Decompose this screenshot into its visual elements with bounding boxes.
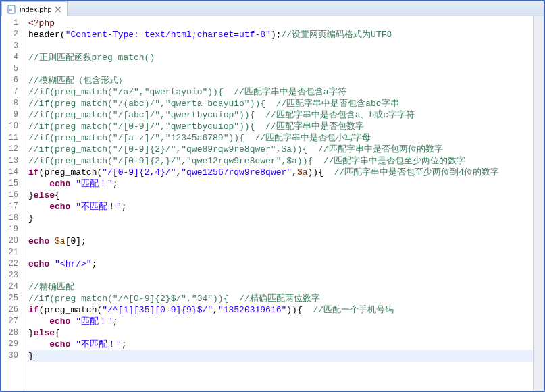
code-line[interactable]: //if(preg_match("/[0-9]{2}/","qwe89rqw9r… [28, 144, 533, 155]
editor-area: 1234567891011121314151617181920212223242… [1, 16, 544, 391]
tab-index-php[interactable]: P index.php [1, 1, 68, 16]
code-line[interactable]: } [28, 350, 533, 362]
line-number: 17 [1, 201, 24, 213]
line-number: 30 [1, 350, 24, 362]
code-line[interactable] [28, 40, 533, 52]
code-line[interactable]: if(preg_match("/[0-9]{2,4}/","qwe12567rq… [28, 167, 533, 178]
editor-window: P index.php 1234567891011121314151617181… [0, 0, 545, 392]
line-number: 28 [1, 327, 24, 339]
code-line[interactable]: header("Content-Type: text/html;charset=… [28, 29, 533, 40]
code-line[interactable]: echo "匹配！"; [28, 316, 533, 327]
line-number: 13 [1, 155, 24, 167]
close-icon[interactable] [55, 6, 61, 13]
line-number: 4 [1, 52, 24, 63]
code-line[interactable]: echo "匹配！"; [28, 178, 533, 190]
code-line[interactable]: //if(preg_match("/(abc)/","qwerta bcayui… [28, 98, 533, 109]
line-number: 23 [1, 270, 24, 281]
line-number: 25 [1, 293, 24, 304]
line-number: 26 [1, 304, 24, 316]
code-line[interactable]: echo $a[0]; [28, 235, 533, 247]
code-line[interactable]: if(preg_match("/^[1][35][0-9]{9}$/","135… [28, 304, 533, 316]
php-file-icon: P [7, 5, 17, 14]
code-line[interactable]: //精确匹配 [28, 281, 533, 293]
code-line[interactable]: }else{ [28, 327, 533, 339]
line-number: 20 [1, 235, 24, 247]
code-line[interactable] [28, 63, 533, 75]
line-number-gutter: 1234567891011121314151617181920212223242… [1, 16, 24, 391]
code-line[interactable]: //if(preg_match("/[0-9]{2,}/","qwe12rqw9… [28, 155, 533, 167]
code-line[interactable]: //if(preg_match("/[0-9]/","qwertbycuiop"… [28, 121, 533, 132]
code-line[interactable]: //正则匹配函数preg_match() [28, 52, 533, 63]
line-number: 22 [1, 258, 24, 270]
line-number: 2 [1, 29, 24, 40]
code-line[interactable]: //模糊匹配（包含形式） [28, 75, 533, 86]
code-line[interactable]: echo "<hr/>"; [28, 258, 533, 270]
code-line[interactable]: } [28, 213, 533, 224]
code-line[interactable]: //if(preg_match("/[a-z]/","12345a6789"))… [28, 132, 533, 144]
line-number: 5 [1, 63, 24, 75]
tab-title: index.php [20, 5, 52, 13]
line-number: 7 [1, 86, 24, 98]
code-line[interactable]: }else{ [28, 190, 533, 201]
line-number: 21 [1, 247, 24, 258]
line-number: 11 [1, 132, 24, 144]
line-number: 9 [1, 109, 24, 121]
svg-text:P: P [9, 8, 12, 12]
line-number: 15 [1, 178, 24, 190]
code-line[interactable]: //if(preg_match("/a/","qwertayuio")){ //… [28, 86, 533, 98]
code-editor[interactable]: <?phpheader("Content-Type: text/html;cha… [24, 16, 533, 391]
code-line[interactable]: echo "不匹配！"; [28, 339, 533, 350]
code-line[interactable]: //if(preg_match("/^[0-9]{2}$/","34")){ /… [28, 293, 533, 304]
text-cursor [34, 352, 34, 361]
line-number: 24 [1, 281, 24, 293]
line-number: 12 [1, 144, 24, 155]
code-line[interactable]: <?php [28, 18, 533, 29]
line-number: 16 [1, 190, 24, 201]
line-number: 10 [1, 121, 24, 132]
code-line[interactable]: echo "不匹配！"; [28, 201, 533, 213]
tab-bar: P index.php [1, 1, 544, 16]
code-line[interactable] [28, 247, 533, 258]
line-number: 1 [1, 18, 24, 29]
line-number: 29 [1, 339, 24, 350]
line-number: 6 [1, 75, 24, 86]
line-number: 27 [1, 316, 24, 327]
code-line[interactable]: //if(preg_match("/[abc]/","qwertbycuiop"… [28, 109, 533, 121]
code-line[interactable] [28, 270, 533, 281]
vertical-scrollbar[interactable] [533, 16, 544, 391]
line-number: 19 [1, 224, 24, 235]
line-number: 18 [1, 213, 24, 224]
code-line[interactable] [28, 224, 533, 235]
line-number: 3 [1, 40, 24, 52]
line-number: 14 [1, 167, 24, 178]
line-number: 8 [1, 98, 24, 109]
